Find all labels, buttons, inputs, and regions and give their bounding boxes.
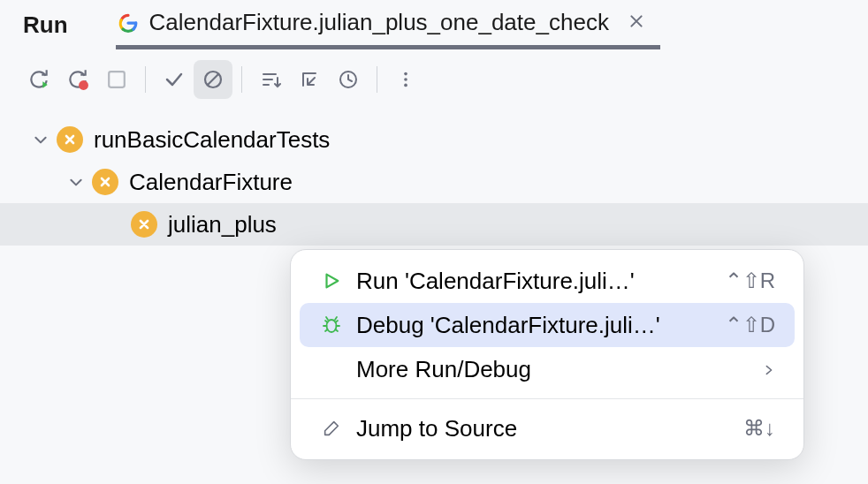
- menu-item-debug[interactable]: Debug 'CalendarFixture.juli…' ⌃⇧D: [300, 303, 795, 347]
- svg-rect-2: [109, 72, 125, 87]
- show-ignored-button[interactable]: [194, 60, 232, 99]
- menu-separator: [291, 398, 803, 399]
- tree-node-root[interactable]: runBasicCalendarTests: [0, 118, 868, 161]
- run-toolbar: [0, 49, 868, 110]
- tree-node-label: runBasicCalendarTests: [94, 126, 330, 154]
- menu-item-more-run-debug[interactable]: More Run/Debug: [300, 347, 795, 391]
- tree-node-fixture[interactable]: CalendarFixture: [0, 161, 868, 203]
- tree-node-test[interactable]: julian_plus: [0, 203, 868, 246]
- run-config-tab[interactable]: CalendarFixture.julian_plus_one_date_che…: [116, 9, 660, 49]
- context-menu: Run 'CalendarFixture.juli…' ⌃⇧R Debug 'C…: [290, 249, 804, 460]
- menu-item-jump-to-source[interactable]: Jump to Source ⌘↓: [300, 406, 795, 450]
- rerun-failed-button[interactable]: [58, 60, 97, 99]
- debug-icon: [319, 313, 344, 337]
- chevron-down-icon: [65, 174, 87, 190]
- test-history-button[interactable]: [329, 60, 368, 99]
- stop-button[interactable]: [97, 60, 136, 99]
- menu-shortcut: ⌃⇧R: [725, 268, 775, 293]
- show-passed-button[interactable]: [155, 60, 194, 99]
- import-results-button[interactable]: [290, 60, 329, 99]
- test-failed-icon: [131, 211, 157, 238]
- tree-node-label: julian_plus: [168, 211, 277, 238]
- sort-button[interactable]: [251, 60, 290, 99]
- close-tab-button[interactable]: [625, 11, 648, 34]
- rerun-button[interactable]: [19, 60, 58, 99]
- menu-shortcut: ⌃⇧D: [725, 313, 775, 337]
- toolbar-separator: [377, 66, 377, 93]
- menu-shortcut: ⌘↓: [743, 416, 775, 441]
- panel-header: Run CalendarFixture.julian_plus_one_date…: [0, 0, 868, 49]
- edit-icon: [319, 416, 344, 441]
- tab-label: CalendarFixture.julian_plus_one_date_che…: [149, 9, 609, 36]
- menu-label: Jump to Source: [356, 415, 731, 442]
- svg-point-10: [404, 78, 407, 81]
- more-options-button[interactable]: [386, 60, 425, 99]
- svg-point-11: [404, 84, 407, 87]
- panel-title: Run: [23, 11, 68, 48]
- google-test-icon: [116, 11, 141, 35]
- menu-label: Run 'CalendarFixture.juli…': [356, 268, 712, 295]
- chevron-right-icon: [763, 357, 775, 382]
- svg-point-1: [79, 80, 88, 90]
- tree-node-label: CalendarFixture: [129, 169, 293, 196]
- svg-point-12: [327, 320, 337, 332]
- menu-item-run[interactable]: Run 'CalendarFixture.juli…' ⌃⇧R: [300, 259, 795, 303]
- chevron-down-icon: [30, 132, 51, 147]
- svg-line-4: [208, 74, 218, 85]
- menu-label: Debug 'CalendarFixture.juli…': [356, 312, 712, 339]
- test-tree: runBasicCalendarTests CalendarFixture ju…: [0, 110, 868, 246]
- svg-point-9: [404, 72, 407, 76]
- run-icon: [319, 268, 344, 293]
- toolbar-separator: [145, 66, 146, 93]
- test-failed-icon: [92, 169, 118, 195]
- test-failed-icon: [57, 126, 83, 153]
- menu-label: More Run/Debug: [356, 356, 750, 383]
- spacer: [319, 357, 344, 382]
- toolbar-separator: [241, 66, 242, 93]
